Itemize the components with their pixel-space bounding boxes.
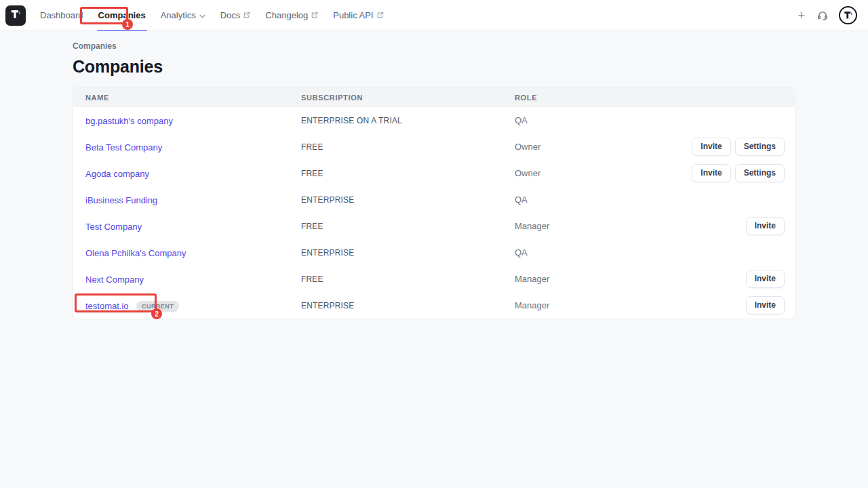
external-link-icon bbox=[311, 10, 318, 20]
nav-docs[interactable]: Docs bbox=[213, 0, 258, 31]
role-value: Manager bbox=[515, 300, 746, 310]
current-company-badge: CURRENT bbox=[136, 301, 179, 312]
page-title: Companies bbox=[73, 57, 795, 77]
subscription-value: FREE bbox=[301, 169, 515, 178]
subscription-value: FREE bbox=[301, 222, 515, 231]
nav-changelog[interactable]: Changelog bbox=[258, 0, 326, 31]
invite-button[interactable]: Invite bbox=[692, 138, 730, 155]
column-header-role: ROLE bbox=[515, 94, 785, 102]
company-link[interactable]: iBusiness Funding bbox=[85, 195, 157, 205]
invite-button[interactable]: Invite bbox=[746, 217, 785, 235]
row-actions: Invite bbox=[746, 217, 785, 235]
app-logo[interactable] bbox=[5, 5, 26, 26]
company-link[interactable]: Beta Test Company bbox=[85, 142, 162, 152]
row-actions: Invite bbox=[746, 296, 785, 314]
table-row: bg.pastukh's company ENTERPRISE ON A TRI… bbox=[73, 107, 795, 134]
nav-docs-label: Docs bbox=[220, 10, 241, 20]
nav-dashboard-label: Dashboard bbox=[40, 10, 83, 20]
nav-changelog-label: Changelog bbox=[265, 10, 308, 20]
topbar-actions: + bbox=[796, 6, 857, 24]
invite-button[interactable]: Invite bbox=[746, 296, 785, 314]
table-row: Beta Test Company FREE Owner Invite Sett… bbox=[73, 134, 795, 160]
app-logo-icon bbox=[9, 8, 22, 23]
row-actions: Invite Settings bbox=[692, 164, 785, 182]
subscription-value: ENTERPRISE ON A TRIAL bbox=[301, 116, 515, 125]
company-link[interactable]: Olena Pchilka's Company bbox=[85, 248, 186, 258]
role-value: QA bbox=[515, 247, 785, 258]
company-link[interactable]: bg.pastukh's company bbox=[85, 116, 173, 126]
table-header-row: NAME SUBSCRIPTION ROLE bbox=[73, 87, 795, 107]
nav-companies-label: Companies bbox=[98, 10, 146, 20]
role-value: QA bbox=[515, 115, 785, 125]
role-value: Manager bbox=[515, 221, 746, 231]
role-value: QA bbox=[515, 195, 785, 205]
breadcrumb: Companies bbox=[73, 41, 795, 51]
external-link-icon bbox=[243, 10, 250, 20]
table-row: Next Company FREE Manager Invite bbox=[73, 266, 795, 292]
invite-button[interactable]: Invite bbox=[746, 270, 785, 287]
company-link[interactable]: Test Company bbox=[85, 222, 142, 232]
subscription-value: ENTERPRISE bbox=[301, 248, 515, 258]
main-nav: Dashboard Companies Analytics Docs Chang… bbox=[33, 0, 391, 31]
company-link[interactable]: Agoda company bbox=[85, 169, 149, 179]
settings-button[interactable]: Settings bbox=[735, 164, 785, 182]
column-header-name: NAME bbox=[85, 94, 301, 102]
external-link-icon bbox=[377, 10, 384, 20]
subscription-value: FREE bbox=[301, 274, 515, 284]
column-header-subscription: SUBSCRIPTION bbox=[301, 94, 515, 102]
nav-public-api[interactable]: Public API bbox=[326, 0, 391, 31]
company-link-testomat[interactable]: testomat.io bbox=[85, 301, 129, 311]
nav-companies[interactable]: Companies bbox=[91, 0, 153, 31]
subscription-value: ENTERPRISE bbox=[301, 301, 515, 310]
role-value: Manager bbox=[515, 274, 746, 284]
role-value: Owner bbox=[515, 142, 692, 152]
nav-public-api-label: Public API bbox=[333, 10, 373, 20]
chevron-down-icon bbox=[199, 10, 205, 20]
table-row-current-company: testomat.io CURRENT ENTERPRISE Manager I… bbox=[73, 292, 795, 319]
subscription-value: ENTERPRISE bbox=[301, 195, 515, 205]
add-icon[interactable]: + bbox=[796, 8, 806, 23]
table-row: Test Company FREE Manager Invite bbox=[73, 213, 795, 239]
row-actions: Invite Settings bbox=[692, 138, 785, 155]
table-row: Agoda company FREE Owner Invite Settings bbox=[73, 160, 795, 186]
table-row: iBusiness Funding ENTERPRISE QA bbox=[73, 186, 795, 213]
active-tab-underline bbox=[97, 30, 147, 31]
nav-analytics-label: Analytics bbox=[161, 10, 196, 20]
table-row: Olena Pchilka's Company ENTERPRISE QA bbox=[73, 239, 795, 266]
invite-button[interactable]: Invite bbox=[692, 164, 730, 182]
top-nav-bar: Dashboard Companies Analytics Docs Chang… bbox=[0, 0, 868, 31]
subscription-value: FREE bbox=[301, 142, 515, 152]
settings-button[interactable]: Settings bbox=[735, 138, 785, 155]
nav-dashboard[interactable]: Dashboard bbox=[33, 0, 91, 31]
main-content: Companies Companies NAME SUBSCRIPTION RO… bbox=[0, 41, 868, 319]
row-actions: Invite bbox=[746, 270, 785, 287]
user-avatar[interactable] bbox=[839, 6, 857, 24]
support-headset-icon[interactable] bbox=[816, 9, 829, 22]
avatar-logo-icon bbox=[843, 10, 853, 20]
companies-table: NAME SUBSCRIPTION ROLE bg.pastukh's comp… bbox=[73, 87, 795, 319]
role-value: Owner bbox=[515, 168, 692, 178]
nav-analytics[interactable]: Analytics bbox=[153, 0, 213, 31]
company-link[interactable]: Next Company bbox=[85, 274, 144, 285]
